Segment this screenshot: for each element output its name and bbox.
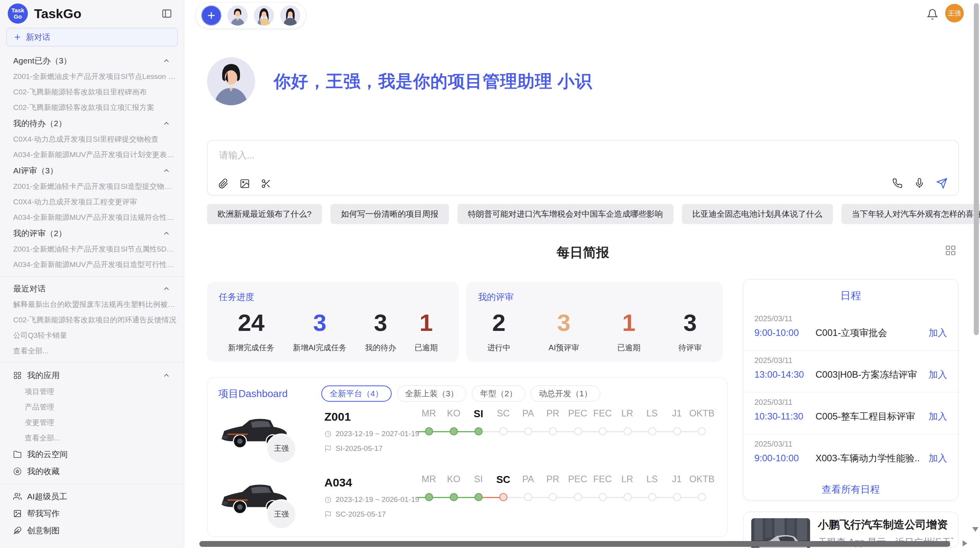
suggestion-chip[interactable]: 当下年轻人对汽车外观有怎样的喜好趋势: [841, 204, 980, 224]
sidebar-item[interactable]: Z001-全新燃油皮卡产品开发项目SI节点Lesson Learn报告: [0, 69, 184, 84]
recent-chat-item[interactable]: C02-飞腾新能源轻客改款项目的闭环通告反馈情况: [0, 312, 184, 328]
agent-avatar-1[interactable]: [228, 5, 248, 26]
schedule-name: C005-整车工程目标评审: [816, 410, 920, 423]
stat-value: 2: [487, 308, 511, 337]
dashboard-tab[interactable]: 全新平台（4）: [321, 385, 392, 402]
milestone-dot: [549, 427, 557, 435]
sidebar-tool[interactable]: 创意制图: [0, 522, 184, 539]
scroll-down-arrow[interactable]: [972, 527, 978, 532]
sidebar-section-label: Agent已办（3）: [13, 55, 72, 66]
dashboard-tab[interactable]: 年型（2）: [472, 385, 525, 402]
dashboard-tab[interactable]: 全新上装（3）: [397, 385, 467, 402]
my-apps-label: 我的应用: [27, 370, 157, 381]
sidebar-section-header[interactable]: 最近对话: [0, 281, 184, 297]
sidebar-section-header[interactable]: Agent已办（3）: [0, 53, 184, 69]
voice-call-icon[interactable]: [892, 178, 903, 188]
sidebar-section-label: 我的待办（2）: [13, 118, 67, 129]
greeting-text: 你好，王强，我是你的项目管理助理 小识: [274, 70, 592, 93]
milestone-dot: [574, 427, 582, 435]
sidebar-section-header[interactable]: 我的待办（2）: [0, 115, 184, 132]
agent-avatar-3[interactable]: [280, 5, 300, 26]
image-upload-icon[interactable]: [240, 178, 250, 189]
recent-chat-item[interactable]: 公司Q3轻卡销量: [0, 328, 184, 343]
new-chat-button[interactable]: 新对话: [6, 28, 178, 46]
stat-item: 1已逾期: [415, 308, 438, 353]
sidebar-item-my-apps[interactable]: 我的应用: [0, 367, 184, 384]
join-button[interactable]: 加入: [929, 452, 947, 464]
agent-avatar-2[interactable]: [254, 5, 274, 26]
horizontal-scrollbar[interactable]: [199, 541, 950, 547]
vertical-scrollbar[interactable]: [974, 3, 979, 335]
milestone-label: PA: [516, 408, 540, 420]
attach-icon[interactable]: [218, 178, 229, 189]
suggestion-chip[interactable]: 特朗普可能对进口汽车增税会对中国车企造成哪些影响: [457, 204, 673, 224]
stat-label: 已逾期: [617, 342, 641, 353]
sidebar-link[interactable]: 我的收藏: [0, 463, 184, 480]
image-icon: [13, 509, 22, 518]
sidebar-link[interactable]: 我的云空间: [0, 446, 184, 463]
schedule-item: 2025/03/1110:30-11:30C005-整车工程目标评审加入: [744, 392, 958, 434]
suggestion-chip[interactable]: 欧洲新规最近颁布了什么?: [207, 204, 322, 224]
logo-text-top: Task: [11, 7, 24, 14]
sidebar-tool[interactable]: AI超级员工: [0, 488, 184, 505]
dashboard-tab[interactable]: 动总开发（1）: [531, 385, 600, 402]
app-sub-item[interactable]: 变更管理: [0, 415, 184, 430]
sidebar-tool[interactable]: 帮我写作: [0, 505, 184, 522]
suggestion-chip[interactable]: 比亚迪全固态电池计划具体说了什么: [682, 204, 833, 224]
send-icon[interactable]: [936, 178, 947, 189]
sidebar-item[interactable]: C0X4-动力总成开发项目工程变更评审: [0, 194, 184, 210]
microphone-icon[interactable]: [914, 178, 925, 188]
sidebar-item[interactable]: C02-飞腾新能源轻客改款项目立项汇报方案: [0, 100, 184, 115]
divider: [0, 276, 184, 277]
sidebar-item[interactable]: A034-全新新能源MUV产品开发项目造型可行性评审: [0, 257, 184, 272]
notification-bell-icon[interactable]: [927, 9, 938, 20]
sidebar-item[interactable]: Z001-全新燃油轻卡产品开发项目SI造型提交物评审: [0, 179, 184, 194]
user-avatar[interactable]: 王强: [945, 4, 964, 22]
suggestion-chip[interactable]: 如何写一份清晰的项目周报: [331, 204, 449, 224]
dashboard-tabs: 全新平台（4）全新上装（3）年型（2）动总开发（1）: [321, 385, 600, 402]
sidebar-item[interactable]: C0X4-动力总成开发项目SI里程碑提交物检查: [0, 132, 184, 147]
chat-input[interactable]: [219, 149, 947, 172]
assistant-avatar: [207, 57, 255, 105]
sidebar-section-header[interactable]: 我的评审（2）: [0, 225, 184, 241]
stat-item: 3待评审: [678, 308, 702, 353]
join-button[interactable]: 加入: [929, 327, 947, 339]
app-sub-item[interactable]: 产品管理: [0, 399, 184, 415]
stat-card-title: 我的评审: [478, 291, 711, 303]
milestone-label: SC: [491, 408, 516, 420]
join-button[interactable]: 加入: [929, 368, 947, 381]
join-button[interactable]: 加入: [929, 410, 947, 423]
recent-chat-item[interactable]: 解释最新出台的欧盟报废车法规再生塑料比例被调至15%...: [0, 297, 184, 312]
stat-item: 3我的待办: [365, 308, 396, 353]
add-agent-button[interactable]: [201, 5, 221, 26]
stat-label: 我的待办: [365, 342, 396, 353]
view-all-link[interactable]: 查看全部...: [0, 343, 184, 359]
app-sub-item[interactable]: 查看全部...: [0, 430, 184, 446]
project-dashboard-card: 项目Dashboard 全新平台（4）全新上装（3）年型（2）动总开发（1） 王…: [207, 377, 728, 537]
briefing-layout-grid-icon[interactable]: [945, 245, 956, 256]
milestone-dot: [524, 493, 532, 501]
stat-item: 3AI预评审: [548, 308, 579, 353]
sidebar-item[interactable]: Z001-全新燃油轻卡产品开发项目SI节点属性5D文件评审: [0, 241, 184, 257]
milestone-label: LR: [615, 408, 640, 420]
view-all-schedule-link[interactable]: 查看所有日程: [744, 483, 958, 496]
sidebar-section-header[interactable]: AI评审（3）: [0, 163, 184, 179]
chevron-up-icon: [162, 119, 171, 128]
milestone-dot: [425, 427, 433, 435]
collapse-panel-icon[interactable]: [161, 8, 172, 19]
milestone-label: LS: [640, 408, 665, 420]
app-sub-item[interactable]: 项目管理: [0, 384, 184, 399]
sidebar-item[interactable]: C02-飞腾新能源轻客改款项目里程碑画布: [0, 84, 184, 100]
schedule-time: 9:00-10:00: [754, 327, 799, 338]
sidebar-item[interactable]: A034-全新新能源MUV产品开发项目法规符合性评审: [0, 210, 184, 225]
milestone-dot: [475, 427, 483, 435]
milestone-label: KO: [441, 408, 466, 420]
scroll-right-arrow[interactable]: [963, 540, 967, 546]
project-code: A034: [324, 476, 419, 489]
schedule-name: C001-立项审批会: [816, 327, 920, 339]
screenshot-scissors-icon[interactable]: [261, 178, 271, 189]
milestone-dot: [624, 427, 632, 435]
stat-item: 24新增完成任务: [228, 308, 274, 353]
sidebar-section-label: 我的评审（2）: [13, 228, 67, 239]
sidebar-item[interactable]: A034-全新新能源MUV产品开发项目计划变更表编写: [0, 147, 184, 163]
